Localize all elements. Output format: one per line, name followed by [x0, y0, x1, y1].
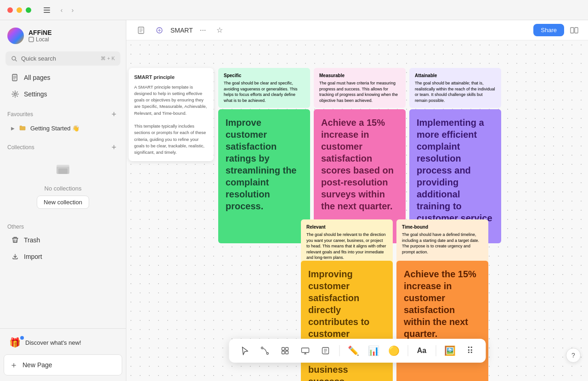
- collections-section-header: Collections +: [0, 139, 126, 154]
- discover-button[interactable]: 🎁 Discover what's new!: [4, 332, 122, 353]
- present-tool-button[interactable]: [297, 342, 313, 359]
- new-page-button[interactable]: ＋ New Page: [4, 354, 122, 375]
- note-tool-button[interactable]: [317, 342, 334, 359]
- add-collection-button[interactable]: +: [109, 143, 119, 152]
- measurable-desc: The goal must have criteria for measurin…: [319, 80, 400, 103]
- doc-icon: [137, 26, 145, 34]
- timebound-label-card[interactable]: Time-bound The goal should have a define…: [396, 219, 488, 265]
- shapes-tool-button[interactable]: 🟡: [385, 342, 402, 359]
- sidebar-item-all-pages[interactable]: All pages: [4, 70, 122, 85]
- layout-toggle-button[interactable]: [568, 24, 581, 37]
- plus-icon: ＋: [10, 359, 18, 370]
- specific-label-card[interactable]: Specific The goal should be clear and sp…: [218, 68, 310, 108]
- workspace-header: AFFiNE Local: [0, 20, 126, 48]
- nav-arrows: ‹ ›: [57, 6, 77, 15]
- notification-dot: [20, 336, 24, 340]
- smart-principle-title: SMART principle: [134, 73, 208, 81]
- search-shortcut: ⌘ + K: [101, 56, 115, 62]
- canvas-area[interactable]: SMART principle A SMART principle templa…: [126, 40, 588, 381]
- card-yellow[interactable]: Improving customer satisfaction directly…: [301, 261, 393, 381]
- back-arrow[interactable]: ‹: [57, 6, 66, 15]
- content-area: SMART ··· ☆ Share SMART principle A SMAR…: [126, 20, 588, 381]
- no-collections-text: No collections: [45, 185, 82, 192]
- new-page-label: New Page: [23, 361, 52, 369]
- measurable-title: Measurable: [319, 73, 400, 79]
- doc-view-button[interactable]: [134, 23, 148, 38]
- svg-rect-12: [571, 28, 574, 33]
- favourite-button[interactable]: ☆: [213, 24, 226, 37]
- connector-tool-button[interactable]: [256, 342, 273, 359]
- specific-desc: The goal should be clear and specific, a…: [224, 80, 305, 103]
- trash-label: Trash: [24, 236, 40, 244]
- workspace-info: AFFiNE Local: [28, 29, 52, 43]
- edgeless-view-button[interactable]: [152, 23, 167, 38]
- more-shapes-button[interactable]: ⠿: [462, 342, 478, 359]
- label-cards-row: Specific The goal should be clear and sp…: [218, 68, 501, 108]
- card-green[interactable]: Improve customer satisfaction ratings by…: [218, 109, 310, 243]
- toolbar-separator-3: [435, 345, 436, 356]
- workspace-type: Local: [28, 36, 52, 43]
- smart-principle-card[interactable]: SMART principle A SMART principle templa…: [129, 68, 214, 161]
- timebound-title: Time-bound: [402, 224, 483, 230]
- sidebar: AFFiNE Local Quick search ⌘ + K All page…: [0, 20, 126, 381]
- toolbar-separator-1: [339, 345, 339, 356]
- collections-empty-state: No collections New collection: [0, 154, 126, 216]
- main-layout: AFFiNE Local Quick search ⌘ + K All page…: [0, 20, 588, 381]
- help-button[interactable]: ?: [566, 348, 581, 363]
- close-button[interactable]: [7, 7, 13, 13]
- attainable-desc: The goal should be attainable; that is, …: [415, 80, 496, 103]
- select-tool-button[interactable]: [236, 342, 253, 359]
- sidebar-item-trash[interactable]: Trash: [4, 232, 122, 248]
- favourites-item-getting-started[interactable]: ▶ Getting Started 👋: [4, 121, 122, 135]
- card-orange[interactable]: Achieve the 15% increase in customer sat…: [396, 261, 488, 381]
- measurable-label-card[interactable]: Measurable The goal must have criteria f…: [314, 68, 406, 108]
- relevant-desc: The goal should be relevant to the direc…: [306, 232, 387, 261]
- svg-rect-19: [285, 351, 288, 354]
- svg-rect-2: [44, 12, 50, 13]
- settings-icon: [11, 90, 19, 98]
- relevant-label-card[interactable]: Relevant The goal should be relevant to …: [301, 219, 393, 265]
- forward-arrow[interactable]: ›: [68, 6, 77, 15]
- trash-icon: [11, 236, 19, 244]
- avatar: [7, 28, 24, 44]
- sidebar-item-label: All pages: [24, 74, 51, 81]
- svg-rect-3: [29, 37, 34, 42]
- more-options-button[interactable]: ···: [197, 24, 209, 37]
- svg-rect-16: [282, 347, 284, 350]
- workspace-name: AFFiNE: [28, 29, 52, 36]
- others-title: Others: [7, 224, 24, 230]
- search-icon: [11, 56, 17, 62]
- chart-tool-button[interactable]: 📊: [365, 342, 382, 359]
- specific-title: Specific: [224, 73, 305, 79]
- favourites-item-label: Getting Started 👋: [30, 125, 79, 132]
- frame-tool-button[interactable]: [277, 342, 293, 359]
- search-bar[interactable]: Quick search ⌘ + K: [6, 51, 120, 66]
- attainable-label-card[interactable]: Attainable The goal should be attainable…: [409, 68, 501, 108]
- pen-tool-button[interactable]: ✏️: [345, 342, 362, 359]
- edgeless-icon: [155, 26, 164, 34]
- svg-rect-20: [301, 348, 309, 353]
- sidebar-item-settings[interactable]: Settings: [4, 86, 122, 102]
- page-title-bar: SMART ··· ☆: [170, 24, 530, 37]
- new-collection-button[interactable]: New collection: [37, 196, 89, 209]
- svg-point-4: [12, 56, 16, 60]
- template-tool-button[interactable]: 🖼️: [441, 342, 458, 359]
- text-tool-button[interactable]: Aa: [413, 342, 430, 359]
- add-favourite-button[interactable]: +: [109, 110, 119, 119]
- bottom-toolbar: ✏️ 📊 🟡 Aa 🖼️ ⠿: [229, 339, 486, 363]
- share-button[interactable]: Share: [533, 24, 564, 36]
- sidebar-item-import[interactable]: Import: [4, 249, 122, 264]
- maximize-button[interactable]: [26, 7, 31, 13]
- traffic-lights: [7, 7, 31, 13]
- smart-principle-text: A SMART principle template is designed t…: [134, 84, 208, 156]
- minimize-button[interactable]: [17, 7, 22, 13]
- sidebar-toggle[interactable]: [42, 6, 51, 15]
- svg-point-14: [261, 347, 263, 349]
- svg-rect-17: [285, 347, 288, 350]
- svg-rect-13: [575, 28, 578, 33]
- svg-rect-1: [44, 10, 50, 11]
- search-text: Quick search: [21, 55, 97, 62]
- canvas-content: SMART principle A SMART principle templa…: [126, 40, 588, 381]
- page-name: SMART: [170, 27, 193, 34]
- chevron-icon: ▶: [11, 126, 15, 131]
